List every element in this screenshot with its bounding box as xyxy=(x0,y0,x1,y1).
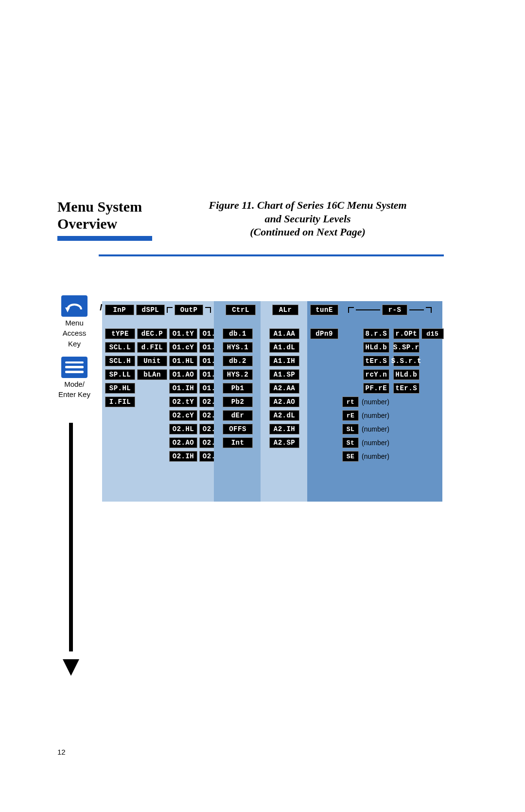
menu-access-key-label-3: Key xyxy=(52,340,96,348)
page-number: 12 xyxy=(57,748,66,756)
lcd-item: O2.HL xyxy=(169,424,197,434)
heading-underline xyxy=(57,236,152,241)
lcd-item: Unit xyxy=(137,356,167,366)
lcd-item: SP.HL xyxy=(105,383,135,394)
lcd-item: HLd.b xyxy=(393,369,420,380)
lcd-item: O1.IH xyxy=(169,383,197,394)
menu-inp-header: InP xyxy=(105,305,134,315)
lcd-item: dPn9 xyxy=(310,328,338,339)
lcd-item: SCL.L xyxy=(105,342,135,353)
lcd-item: PF.rE xyxy=(363,383,389,394)
bracket-bar xyxy=(409,309,424,310)
lcd-item: A2.IH xyxy=(269,424,299,434)
down-arrow-icon xyxy=(64,423,78,676)
lcd-item: rcY.n xyxy=(363,369,389,380)
lcd-item: A1.IH xyxy=(269,356,299,366)
lcd-item: d.FIL xyxy=(137,342,167,353)
lcd-item: tEr.S xyxy=(363,356,389,366)
lcd-item: O1.HL xyxy=(169,356,197,366)
lcd-item: S.SP.r xyxy=(393,342,420,353)
section-heading-line-2: Overview xyxy=(57,216,172,233)
menu-access-key-label-1: Menu xyxy=(52,319,96,327)
lcd-item: O2.IH xyxy=(169,451,197,462)
lcd-item: OFFS xyxy=(223,424,253,434)
lcd-item: Pb2 xyxy=(223,397,253,407)
suffix-number: (number) xyxy=(362,425,389,433)
lcd-item: bLAn xyxy=(137,369,167,380)
lcd-item: dEr xyxy=(223,410,253,421)
lcd-item: rE xyxy=(342,410,359,421)
menu-chart: InP dSPL OutP CtrL ALr xyxy=(102,301,444,502)
lcd-item: O2.AO xyxy=(169,437,197,448)
lcd-item: db.2 xyxy=(223,356,253,366)
lcd-item: I.FIL xyxy=(105,397,135,407)
lcd-item: d15 xyxy=(421,328,444,339)
lcd-item: O1.AO xyxy=(169,369,197,380)
lcd-item: O1.cY xyxy=(169,342,197,353)
section-heading-line-1: Menu System xyxy=(57,198,172,216)
mode-enter-key-label-1: Mode/ xyxy=(52,380,96,388)
menu-ctrl-header: CtrL xyxy=(226,305,256,315)
lcd-item: O2.tY xyxy=(169,397,197,407)
mode-enter-key-label-2: Enter Key xyxy=(52,390,96,398)
divider xyxy=(99,254,444,256)
lcd-item: HYS.1 xyxy=(223,342,253,353)
lcd-item: dEC.P xyxy=(137,328,167,339)
menu-access-key-icon xyxy=(61,295,88,317)
figure-title-line-3: (Continued on Next Page) xyxy=(172,225,444,239)
lcd-item: HYS.2 xyxy=(223,369,253,380)
lcd-item: S.S.r.t xyxy=(393,356,420,366)
lcd-item: St xyxy=(342,437,359,448)
lcd-item: tYPE xyxy=(105,328,135,339)
menu-access-key-label-2: Access xyxy=(52,329,96,337)
lcd-item: rt xyxy=(342,397,359,407)
suffix-number: (number) xyxy=(362,439,389,447)
lcd-item: HLd.b xyxy=(363,342,389,353)
suffix-number: (number) xyxy=(362,412,389,419)
menu-alr-header: ALr xyxy=(272,305,298,315)
menu-8rs-header: 8.r.S xyxy=(363,328,389,339)
lcd-item: SL xyxy=(342,424,359,434)
bracket-left-icon xyxy=(167,307,173,313)
lcd-item: O1.tY xyxy=(169,328,197,339)
lcd-item: SCL.H xyxy=(105,356,135,366)
bracket-bar xyxy=(356,309,380,310)
lcd-item: db.1 xyxy=(223,328,253,339)
bracket-right-icon xyxy=(426,307,432,313)
lcd-item: tEr.S xyxy=(393,383,420,394)
lcd-item: Int xyxy=(223,437,253,448)
lcd-item: A1.SP xyxy=(269,369,299,380)
bracket-left-icon xyxy=(348,307,354,313)
figure-title-line-2: and Security Levels xyxy=(172,212,444,226)
svg-marker-0 xyxy=(65,307,70,312)
lcd-item: SP.LL xyxy=(105,369,135,380)
lcd-item: A1.AA xyxy=(269,328,299,339)
bracket-right-icon xyxy=(205,307,211,313)
lcd-item: O2.cY xyxy=(169,410,197,421)
lcd-item: A2.dL xyxy=(269,410,299,421)
lcd-item: A2.AA xyxy=(269,383,299,394)
menu-tune-header: tunE xyxy=(310,305,338,315)
lcd-item: Pb1 xyxy=(223,383,253,394)
menu-dspl-header: dSPL xyxy=(136,305,165,315)
mode-enter-key-icon xyxy=(61,357,88,378)
menu-outp-header: OutP xyxy=(175,305,204,315)
lcd-item: r.OPt xyxy=(393,328,420,339)
lcd-item: A2.AO xyxy=(269,397,299,407)
menu-rs-header: r-S xyxy=(382,305,407,315)
figure-title-line-1: Figure 11. Chart of Series 16C Menu Syst… xyxy=(172,198,444,212)
lcd-item: SE xyxy=(342,451,359,462)
suffix-number: (number) xyxy=(362,452,389,460)
lcd-item: A2.SP xyxy=(269,437,299,448)
suffix-number: (number) xyxy=(362,398,389,406)
lcd-item: A1.dL xyxy=(269,342,299,353)
